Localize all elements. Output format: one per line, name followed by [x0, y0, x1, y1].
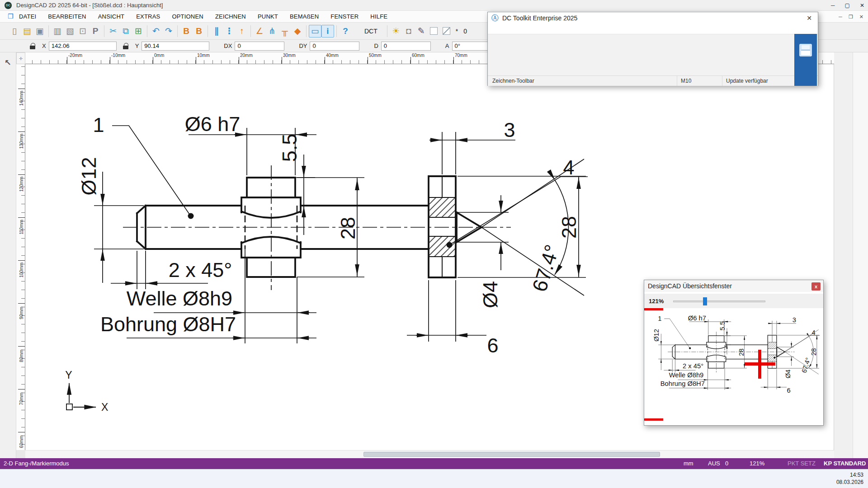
- taskbar-clock[interactable]: 14:53 08.03.2026: [836, 472, 863, 486]
- menu-item-hilfe[interactable]: HILFE: [370, 13, 387, 20]
- light-toggle-icon[interactable]: ☀: [390, 25, 402, 38]
- undo-icon[interactable]: ↶: [150, 25, 162, 38]
- print-export-icon[interactable]: ▧: [64, 25, 76, 38]
- y-lock-icon[interactable]: [123, 43, 129, 49]
- overview-slider-thumb[interactable]: [703, 297, 707, 305]
- title-bar[interactable]: DC DesignCAD 2D 2025 64-bit - [Stößel.dc…: [0, 0, 868, 11]
- view-marker-bottom: [644, 418, 663, 421]
- fill-hatch-icon[interactable]: [440, 25, 453, 38]
- y-input[interactable]: 90.14: [142, 42, 209, 51]
- distribute-icon[interactable]: ⋮: [223, 25, 236, 38]
- cursor-crosshair-v: [758, 350, 761, 379]
- close-icon[interactable]: ✕: [860, 2, 864, 9]
- pdf-export-icon[interactable]: P: [89, 25, 102, 38]
- mdi-close-icon[interactable]: ✕: [859, 14, 863, 20]
- line-style-value[interactable]: 0: [461, 28, 470, 35]
- mdi-minimize-icon[interactable]: ─: [839, 14, 842, 19]
- toolkit-save-panel[interactable]: [794, 34, 817, 86]
- x-lock-icon[interactable]: [30, 43, 36, 49]
- dx-input[interactable]: 0: [235, 42, 284, 51]
- label-d28-mid: 28: [336, 217, 359, 239]
- copy-icon[interactable]: ⧉: [119, 25, 132, 38]
- minimize-icon[interactable]: ─: [831, 2, 835, 9]
- canvas-scrollbar[interactable]: [25, 450, 834, 458]
- print-icon[interactable]: ▥: [51, 25, 64, 38]
- overview-window[interactable]: DesignCAD Übersichtsfenster x 121%: [644, 280, 824, 426]
- dimension-h-icon[interactable]: ╥: [278, 25, 291, 38]
- menu-item-punkt[interactable]: PUNKT: [258, 13, 278, 20]
- x-label: X: [42, 42, 46, 49]
- menu-item-bemaßen[interactable]: BEMAßEN: [290, 13, 319, 20]
- overview-zoom-slider[interactable]: [673, 300, 765, 302]
- menu-item-extras[interactable]: EXTRAS: [136, 13, 160, 20]
- vertical-ruler: 140mm130mm120mm110mm100mm90mm80mm70mm60m…: [16, 64, 25, 450]
- status-zoom[interactable]: 121%: [750, 460, 764, 467]
- overview-preview[interactable]: [644, 308, 823, 425]
- fill-none-icon[interactable]: [428, 25, 440, 38]
- window-title: DesignCAD 2D 2025 64-bit - [Stößel.dcd :…: [16, 2, 163, 9]
- status-snap[interactable]: AUS: [708, 460, 720, 467]
- label-d3: 3: [504, 118, 515, 141]
- menu-item-ansicht[interactable]: ANSICHT: [98, 13, 124, 20]
- parallel-icon[interactable]: ∥: [210, 25, 223, 38]
- maximize-icon[interactable]: ▢: [845, 2, 850, 9]
- menu-item-optionen[interactable]: OPTIONEN: [172, 13, 203, 20]
- context-help-icon[interactable]: ?: [339, 25, 352, 38]
- paste-special-2-icon[interactable]: B: [193, 25, 205, 38]
- menu-item-bearbeiten[interactable]: BEARBEITEN: [48, 13, 86, 20]
- toolkit-update-notice[interactable]: Update verfügbar: [722, 76, 794, 86]
- status-pkt[interactable]: PKT SETZ: [788, 460, 816, 467]
- mdi-restore-icon[interactable]: ❐: [849, 14, 853, 20]
- save-disk-icon[interactable]: [799, 44, 812, 56]
- document-icon[interactable]: ❒: [8, 13, 14, 20]
- dct-button[interactable]: DCT: [362, 27, 380, 36]
- x-input[interactable]: 142.06: [49, 42, 117, 51]
- overview-title-bar[interactable]: DesignCAD Übersichtsfenster: [644, 280, 823, 292]
- open-file-icon[interactable]: ▤: [21, 25, 33, 38]
- scrollbar-thumb[interactable]: [363, 452, 660, 457]
- vruler-label: 60mm: [19, 432, 24, 450]
- menu-item-zeichnen[interactable]: ZEICHNEN: [215, 13, 246, 20]
- paste-special-1-icon[interactable]: B: [180, 25, 193, 38]
- dy-input[interactable]: 0: [310, 42, 359, 51]
- dc-toolkit-window[interactable]: Ⓐ DC Toolkit Enterprise 2025 ✕ Zeichnen-…: [487, 12, 818, 86]
- toolbar-separator: [208, 25, 208, 37]
- hruler-tick: [368, 57, 368, 64]
- overview-title: DesignCAD Übersichtsfenster: [648, 282, 732, 290]
- print-preview-icon[interactable]: ⊡: [76, 25, 89, 38]
- cut-icon[interactable]: ✂: [107, 25, 119, 38]
- lock-toggle-icon[interactable]: ◘: [402, 25, 415, 38]
- paste-icon[interactable]: ⊞: [132, 25, 145, 38]
- hatch-upper: [429, 198, 455, 217]
- toolkit-title-bar[interactable]: Ⓐ DC Toolkit Enterprise 2025 ✕: [488, 12, 818, 24]
- marker-icon[interactable]: ◆: [291, 25, 304, 38]
- redo-icon[interactable]: ↷: [162, 25, 175, 38]
- status-unit[interactable]: mm: [684, 460, 693, 467]
- ruler-corner[interactable]: ✛: [16, 52, 25, 64]
- angle-measure-icon[interactable]: ∠: [253, 25, 266, 38]
- hruler-label: 0mm: [154, 53, 164, 58]
- label-chamfer: 2 x 45°: [169, 258, 232, 282]
- select-cursor-icon[interactable]: ↖: [1, 56, 15, 70]
- move-up-icon[interactable]: ↑: [236, 25, 248, 38]
- overview-close-icon[interactable]: x: [811, 282, 821, 291]
- hruler-tick: [325, 57, 325, 64]
- hruler-label: -20mm: [68, 53, 82, 58]
- app-logo-icon: DC: [5, 2, 12, 9]
- hruler-label: 10mm: [197, 53, 210, 58]
- style-pen-icon[interactable]: ✎: [415, 25, 428, 38]
- toolkit-close-icon[interactable]: ✕: [804, 14, 814, 22]
- toolbar-separator: [306, 25, 307, 37]
- window-view-icon[interactable]: ▭: [309, 25, 321, 38]
- overview-toolbar: 121%: [644, 294, 823, 308]
- menu-item-fenster[interactable]: FENSTER: [330, 13, 359, 20]
- status-kp[interactable]: KP STANDARD: [824, 460, 866, 467]
- d-input[interactable]: 0: [381, 42, 431, 51]
- info-panel-icon[interactable]: i: [321, 25, 334, 38]
- save-file-icon[interactable]: ▣: [33, 25, 46, 38]
- construction-icon[interactable]: ⋔: [266, 25, 278, 38]
- hruler-label: -10mm: [111, 53, 125, 58]
- menu-item-datei[interactable]: DATEI: [19, 13, 36, 20]
- hruler-label: 60mm: [412, 53, 425, 58]
- new-file-icon[interactable]: ▯: [8, 25, 21, 38]
